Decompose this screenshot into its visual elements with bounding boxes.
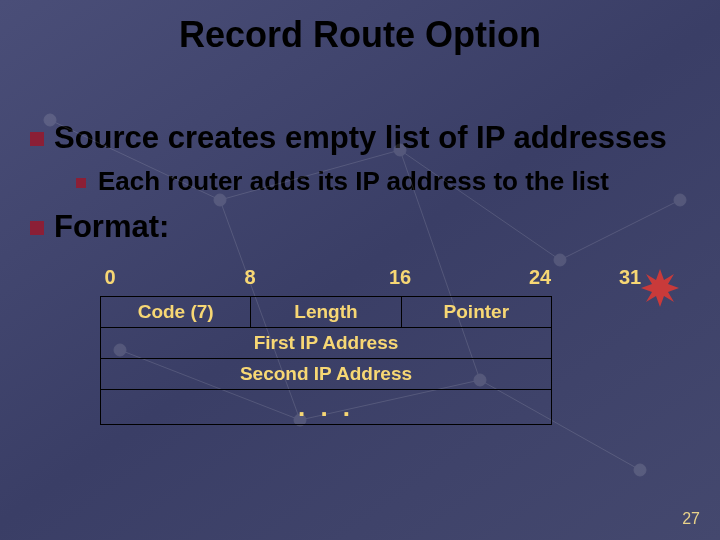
cell-pointer: Pointer bbox=[402, 297, 551, 327]
cell-ellipsis: . . . bbox=[101, 390, 551, 424]
scale-tick-0: 0 bbox=[104, 266, 115, 289]
cell-second-ip: Second IP Address bbox=[101, 359, 551, 389]
table-row: Second IP Address bbox=[101, 358, 551, 389]
bullet2-text: Each router adds its IP address to the l… bbox=[98, 166, 609, 197]
bullet-square-icon bbox=[30, 132, 44, 146]
starburst-icon bbox=[640, 268, 680, 317]
slide-title: Record Route Option bbox=[0, 0, 720, 56]
format-table: Code (7) Length Pointer First IP Address… bbox=[100, 296, 552, 425]
bullet3-text: Format: bbox=[54, 209, 169, 245]
page-number: 27 bbox=[682, 510, 700, 528]
table-row: First IP Address bbox=[101, 327, 551, 358]
format-diagram: 0 8 16 24 31 Code (7) Length Pointer Fir… bbox=[100, 266, 620, 425]
bullet-level1: Format: bbox=[30, 209, 690, 245]
bullet1-text: Source creates empty list of IP addresse… bbox=[54, 120, 667, 156]
bit-scale: 0 8 16 24 31 bbox=[100, 266, 620, 292]
scale-tick-8: 8 bbox=[244, 266, 255, 289]
cell-first-ip: First IP Address bbox=[101, 328, 551, 358]
bullet-level2: Each router adds its IP address to the l… bbox=[76, 166, 690, 197]
bullet-small-square-icon bbox=[76, 178, 86, 188]
cell-code: Code (7) bbox=[101, 297, 251, 327]
table-row: . . . bbox=[101, 389, 551, 424]
content-area: Source creates empty list of IP addresse… bbox=[0, 56, 720, 245]
table-row: Code (7) Length Pointer bbox=[101, 297, 551, 327]
cell-length: Length bbox=[251, 297, 401, 327]
scale-tick-24: 24 bbox=[529, 266, 551, 289]
bullet-square-icon bbox=[30, 221, 44, 235]
slide: Record Route Option Source creates empty… bbox=[0, 0, 720, 540]
svg-marker-18 bbox=[641, 269, 679, 307]
scale-tick-16: 16 bbox=[389, 266, 411, 289]
bullet-level1: Source creates empty list of IP addresse… bbox=[30, 120, 690, 156]
svg-point-17 bbox=[634, 464, 646, 476]
svg-point-12 bbox=[554, 254, 566, 266]
scale-tick-31: 31 bbox=[619, 266, 641, 289]
